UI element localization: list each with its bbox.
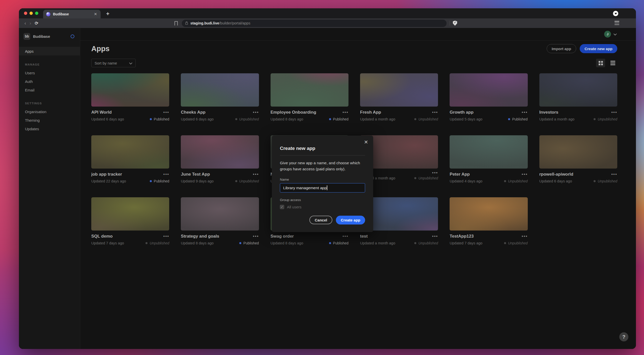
card-menu-icon[interactable]: ••• bbox=[611, 173, 617, 175]
forward-icon[interactable]: › bbox=[30, 20, 31, 26]
card-menu-icon[interactable]: ••• bbox=[522, 235, 528, 237]
download-indicator-icon[interactable] bbox=[613, 11, 618, 16]
app-name-input[interactable]: Library management app bbox=[280, 183, 365, 192]
card-menu-icon[interactable]: ••• bbox=[522, 173, 528, 175]
app-thumbnail[interactable] bbox=[539, 135, 617, 169]
app-thumbnail[interactable] bbox=[181, 135, 259, 169]
status-dot bbox=[239, 242, 241, 244]
sidebar-header: bb Budibase bbox=[19, 32, 80, 41]
reload-icon[interactable]: ⟳ bbox=[35, 21, 38, 26]
help-button[interactable]: ? bbox=[619, 332, 628, 341]
sidebar: bb Budibase Apps MANAGEUsersAuthEmailSET… bbox=[19, 28, 80, 349]
app-card[interactable]: Investors ••• Updated a month ago Unpubl… bbox=[539, 73, 617, 121]
app-card[interactable]: SQL demo ••• Updated 7 days ago Unpublis… bbox=[91, 197, 169, 245]
tab-close-icon[interactable]: ✕ bbox=[93, 11, 98, 17]
app-card[interactable]: job app tracker ••• Updated 22 days ago … bbox=[91, 135, 169, 183]
status-dot bbox=[504, 180, 506, 182]
name-field-label: Name bbox=[280, 178, 365, 181]
create-app-button[interactable]: Create app bbox=[336, 216, 365, 224]
app-card[interactable]: TestApp123 ••• Updated 7 days ago Unpubl… bbox=[450, 197, 528, 245]
create-new-app-button[interactable]: Create new app bbox=[580, 44, 617, 53]
app-thumbnail[interactable] bbox=[91, 197, 169, 231]
card-menu-icon[interactable]: ••• bbox=[342, 111, 348, 113]
shield-extension-icon[interactable] bbox=[453, 21, 457, 26]
app-updated-text: Updated 22 days ago bbox=[91, 179, 150, 183]
app-thumbnail[interactable] bbox=[91, 73, 169, 107]
sidebar-item-apps[interactable]: Apps bbox=[19, 47, 80, 55]
brand-name: Budibase bbox=[33, 34, 71, 39]
grid-view-button[interactable] bbox=[596, 59, 605, 67]
browser-tab[interactable]: Budibase ✕ bbox=[43, 10, 101, 18]
sidebar-item-theming[interactable]: Theming bbox=[19, 116, 80, 124]
avatar[interactable]: J bbox=[604, 31, 611, 38]
chevron-down-icon[interactable] bbox=[613, 32, 617, 36]
modal-title: Create new app bbox=[280, 146, 365, 151]
card-menu-icon[interactable]: ••• bbox=[163, 173, 169, 175]
browser-tab-bar: Budibase ✕ + bbox=[19, 8, 636, 18]
card-menu-icon[interactable]: ••• bbox=[432, 111, 438, 113]
loading-ring-icon bbox=[71, 35, 74, 38]
app-card[interactable]: rpowell-apiworld ••• Updated 6 days ago … bbox=[539, 135, 617, 183]
sidebar-item-updates[interactable]: Updates bbox=[19, 124, 80, 133]
card-menu-icon[interactable]: ••• bbox=[611, 111, 617, 113]
all-users-checkbox[interactable]: ✓ bbox=[280, 205, 284, 209]
app-card[interactable]: API World ••• Updated 6 days ago Publish… bbox=[91, 73, 169, 121]
app-thumbnail[interactable] bbox=[450, 197, 528, 231]
close-icon[interactable]: ✕ bbox=[364, 140, 368, 145]
sidebar-section-title: SETTINGS bbox=[19, 102, 80, 105]
app-card[interactable]: Growth app ••• Updated 5 days ago Publis… bbox=[450, 73, 528, 121]
back-icon[interactable]: ‹ bbox=[24, 20, 26, 26]
address-bar[interactable]: staging.budi.live /builder/portal/apps bbox=[182, 20, 447, 27]
app-thumbnail[interactable] bbox=[91, 135, 169, 169]
create-new-app-modal: ✕ Create new app Give your new app a nam… bbox=[272, 136, 373, 232]
app-thumbnail[interactable] bbox=[539, 73, 617, 107]
app-thumbnail[interactable] bbox=[450, 135, 528, 169]
new-tab-button[interactable]: + bbox=[104, 11, 111, 17]
browser-menu-icon[interactable] bbox=[614, 21, 619, 25]
app-card[interactable]: Peter App ••• Updated 4 days ago Unpubli… bbox=[450, 135, 528, 183]
card-menu-icon[interactable]: ••• bbox=[163, 111, 169, 113]
bookmark-icon[interactable] bbox=[174, 21, 178, 25]
sidebar-item-users[interactable]: Users bbox=[19, 69, 80, 77]
status-dot bbox=[145, 242, 148, 244]
status-text: Unpublished bbox=[598, 117, 617, 121]
status-text: Published bbox=[243, 241, 259, 245]
card-menu-icon[interactable]: ••• bbox=[522, 111, 528, 113]
app-thumbnail[interactable] bbox=[271, 73, 348, 107]
sidebar-item-email[interactable]: Email bbox=[19, 86, 80, 94]
card-menu-icon[interactable]: ••• bbox=[253, 173, 259, 175]
card-menu-icon[interactable]: ••• bbox=[253, 111, 259, 113]
app-card[interactable]: Fresh App ••• Updated a month ago Unpubl… bbox=[360, 73, 438, 121]
app-name: SQL demo bbox=[91, 234, 163, 239]
card-menu-icon[interactable]: ••• bbox=[432, 235, 438, 237]
app-thumbnail[interactable] bbox=[360, 73, 438, 107]
import-app-button[interactable]: Import app bbox=[547, 44, 576, 53]
app-name: rpowell-apiworld bbox=[539, 172, 611, 177]
app-thumbnail[interactable] bbox=[181, 73, 259, 107]
account-topbar: J bbox=[80, 28, 636, 41]
card-menu-icon[interactable]: ••• bbox=[342, 235, 348, 237]
card-menu-icon[interactable]: ••• bbox=[163, 235, 169, 237]
app-name: Cheeks App bbox=[181, 110, 253, 115]
close-window-button[interactable] bbox=[24, 12, 27, 15]
sort-select[interactable]: Sort by name bbox=[91, 59, 136, 67]
minimize-window-button[interactable] bbox=[30, 12, 33, 15]
sidebar-item-auth[interactable]: Auth bbox=[19, 77, 80, 86]
status-text: Unpublished bbox=[418, 176, 438, 180]
list-view-button[interactable] bbox=[608, 59, 617, 67]
app-thumbnail[interactable] bbox=[181, 197, 259, 231]
cancel-button[interactable]: Cancel bbox=[309, 216, 332, 224]
app-card[interactable]: Strategy and goals ••• Updated 8 days ag… bbox=[181, 197, 259, 245]
app-card[interactable]: Cheeks App ••• Updated 6 days ago Unpubl… bbox=[181, 73, 259, 121]
sidebar-item-organisation[interactable]: Organisation bbox=[19, 107, 80, 116]
app-card[interactable]: June Test App ••• Updated 9 days ago Unp… bbox=[181, 135, 259, 183]
app-card[interactable]: Employee Onboarding ••• Updated 8 days a… bbox=[271, 73, 348, 121]
app-thumbnail[interactable] bbox=[450, 73, 528, 107]
status-text: Unpublished bbox=[239, 179, 259, 183]
app-updated-text: Updated 6 days ago bbox=[539, 179, 594, 183]
status-dot bbox=[235, 118, 237, 120]
card-menu-icon[interactable]: ••• bbox=[432, 172, 438, 174]
grid-view-icon bbox=[599, 61, 603, 65]
maximize-window-button[interactable] bbox=[35, 12, 38, 15]
card-menu-icon[interactable]: ••• bbox=[253, 235, 259, 237]
